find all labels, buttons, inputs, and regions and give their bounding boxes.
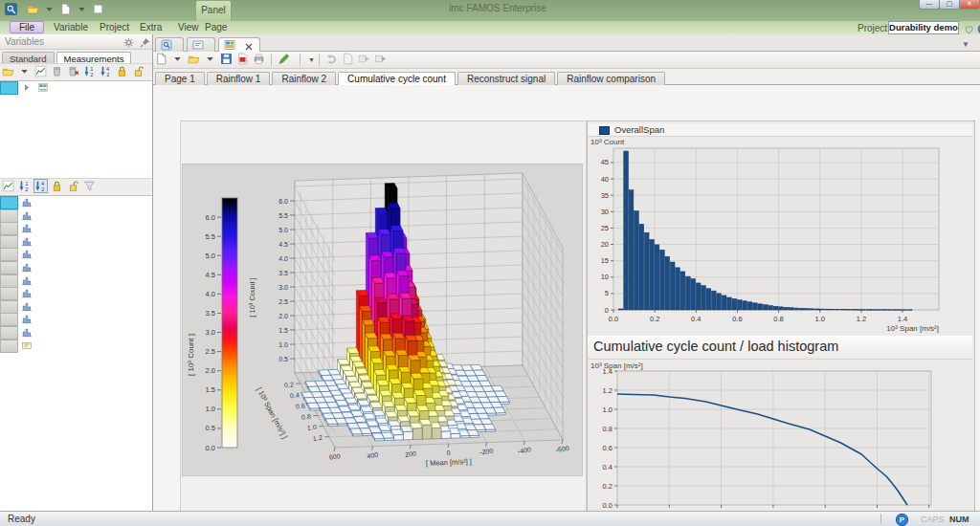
cumulative-line-chart[interactable]: 10³ Span [m/s²]0.00.20.40.60.81.01.21.41… [588, 359, 972, 526]
doc-tab-input[interactable] [187, 37, 215, 53]
svg-text:2.0: 2.0 [278, 313, 288, 319]
open-folder-icon[interactable] [2, 65, 14, 77]
variable-row-a_Y_S2[interactable] [0, 235, 152, 249]
variable-row-a_X_S1[interactable] [0, 196, 152, 209]
svg-text:0.0: 0.0 [206, 444, 215, 452]
variable-row-Temp_01[interactable] [0, 287, 152, 300]
sort-42-icon[interactable]: 42 [34, 180, 47, 192]
chevron-down-icon[interactable]: ▼ [308, 56, 315, 63]
doc-tab-browser[interactable] [155, 37, 184, 53]
lock-icon[interactable] [116, 65, 128, 77]
svg-text:0.5: 0.5 [278, 356, 288, 362]
svg-text:1.5: 1.5 [206, 385, 215, 394]
open-folder-icon[interactable] [188, 53, 200, 65]
rainflow-3d-widget[interactable]: 0.00.51.01.52.02.53.03.54.04.55.05.56.0[… [180, 121, 587, 526]
close-icon[interactable] [243, 41, 252, 50]
variable-row-a_X_S2[interactable] [0, 209, 152, 223]
svg-text:30: 30 [601, 208, 609, 216]
menu-item-extra[interactable]: Extra [130, 21, 171, 33]
page-tab-cumulative-cycle-count[interactable]: Cumulative cycle count [338, 72, 456, 86]
close-button[interactable]: ✕ [959, 0, 980, 10]
svg-text:1.2: 1.2 [313, 434, 323, 442]
svg-text:0.4: 0.4 [691, 315, 701, 323]
variable-row-Temp_04[interactable] [0, 326, 152, 340]
overall-span-bar-chart[interactable]: 10³ Count0510152025303540450.00.20.40.60… [588, 136, 972, 336]
open-folder-icon[interactable] [27, 3, 39, 15]
variable-row-a_Z_S2[interactable] [0, 261, 152, 274]
svg-text:1.4: 1.4 [898, 315, 907, 323]
lock-icon[interactable] [51, 180, 63, 192]
pencil-icon[interactable] [278, 53, 290, 65]
page-tab-rainflow-1[interactable]: Rainflow 1 [207, 72, 271, 85]
rainflow-3d-chart[interactable]: 0.00.51.01.52.02.53.03.54.04.55.05.56.0[… [182, 164, 583, 476]
chevron-down-icon[interactable] [76, 3, 88, 15]
unlock-icon[interactable] [132, 65, 145, 77]
variable-row-Temp_02[interactable] [0, 300, 152, 314]
chart-icon[interactable] [34, 65, 47, 77]
minimize-button[interactable]: — [919, 0, 940, 10]
chevron-down-icon[interactable] [18, 65, 31, 77]
ribbon-context-tab-panel[interactable]: Panel [195, 0, 232, 21]
svg-text:0.6: 0.6 [296, 402, 306, 409]
expander-icon[interactable] [21, 82, 33, 93]
menu-item-file[interactable]: File [10, 21, 44, 33]
status-separator [880, 514, 881, 524]
pdf-icon[interactable] [236, 53, 249, 65]
measurement-row[interactable] [0, 81, 152, 95]
chart-icon[interactable] [2, 180, 14, 192]
measurements-list[interactable] [0, 80, 152, 178]
svg-text:1.0: 1.0 [206, 405, 215, 413]
right-charts-widget[interactable]: OverallSpan 10³ Count0510152025303540450… [587, 121, 975, 526]
variable-row-a_Z_S1[interactable] [0, 248, 152, 261]
chevron-down-icon[interactable] [43, 3, 56, 15]
panel-toolbar: ▼ [153, 52, 980, 69]
sort-12-icon[interactable]: 12 [18, 180, 31, 192]
browser-icon [161, 39, 172, 51]
undo-icon [325, 53, 338, 65]
svg-text:2.5: 2.5 [278, 298, 288, 305]
filter-icon[interactable] [83, 180, 96, 192]
application-window: imc FAMOS Enterprise — ▢ ✕ Panel FileVar… [0, 0, 980, 526]
svg-text:2.0: 2.0 [206, 366, 215, 375]
print-icon[interactable] [253, 53, 265, 65]
chevron-down-icon[interactable] [171, 53, 184, 65]
variable-row-RotationSpeed[interactable] [0, 274, 152, 288]
tab-overflow-chevron-icon[interactable]: ▼ [962, 40, 969, 49]
save-icon[interactable] [220, 53, 233, 65]
sort-12-icon[interactable]: 12 [83, 65, 96, 77]
page-tab-rainflow-2[interactable]: Rainflow 2 [272, 72, 336, 85]
status-ready: Ready [8, 514, 35, 524]
svg-text:3.5: 3.5 [278, 270, 288, 276]
frame-icon[interactable] [92, 3, 104, 15]
sidebar-tabs: StandardMeasurements [0, 49, 152, 63]
page-tab-rainflow-comparison[interactable]: Rainflow comparison [557, 72, 665, 85]
variables-list[interactable] [0, 195, 152, 511]
svg-text:45: 45 [601, 158, 609, 166]
new-page-icon[interactable] [59, 3, 72, 15]
status-num: NUM [949, 515, 969, 524]
page-tab-reconstruct-signal[interactable]: Reconstruct signal [457, 72, 555, 85]
variable-row-TestComment[interactable] [0, 340, 152, 353]
unlock-icon[interactable] [67, 180, 79, 192]
svg-text:25: 25 [601, 224, 609, 232]
pin-icon[interactable] [139, 36, 151, 49]
chevron-down-icon[interactable] [204, 53, 216, 65]
legend-strip: OverallSpan [588, 123, 972, 137]
maximize-button[interactable]: ▢ [939, 0, 960, 10]
variables-header: Variables [0, 34, 152, 50]
new-page-icon[interactable] [155, 53, 167, 65]
delete-all-icon[interactable] [67, 65, 79, 77]
svg-text:1.0: 1.0 [814, 315, 824, 323]
project-selector[interactable]: Durability demo [888, 21, 959, 34]
title-bar: imc FAMOS Enterprise — ▢ ✕ [0, 0, 980, 21]
app-icon[interactable] [5, 3, 17, 15]
variable-row-Temp_03[interactable] [0, 313, 152, 326]
delete-icon[interactable] [51, 65, 63, 77]
row-index-badge [0, 81, 18, 95]
menu-item-page[interactable]: Page [195, 21, 236, 33]
page-tab-page-1[interactable]: Page 1 [155, 72, 205, 85]
svg-text:6.0: 6.0 [278, 198, 288, 205]
gear-icon[interactable] [122, 36, 135, 49]
variable-row-a_Y_S1[interactable] [0, 222, 152, 235]
sort-42-icon[interactable]: 42 [100, 65, 112, 77]
